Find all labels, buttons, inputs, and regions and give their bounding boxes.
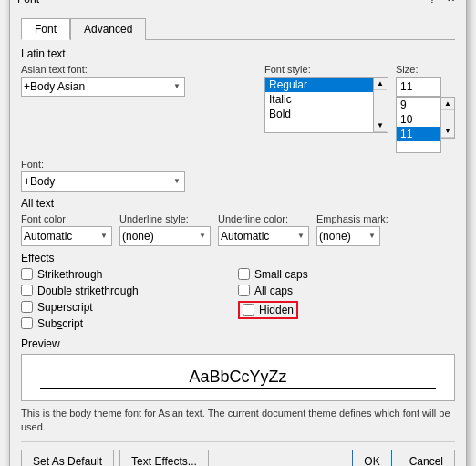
underline-style-col: Underline style: (none) ▼ xyxy=(119,213,211,246)
superscript-checkbox[interactable] xyxy=(21,301,33,313)
superscript-row: Superscript xyxy=(21,301,238,314)
size-11[interactable]: 11 xyxy=(397,127,440,141)
superscript-label: Superscript xyxy=(37,301,93,314)
dialog-title: Font xyxy=(17,0,39,5)
font-label: Font: xyxy=(21,159,185,170)
size-10[interactable]: 10 xyxy=(397,112,440,127)
font-color-col: Font color: Automatic ▼ xyxy=(21,213,112,246)
left-buttons: Set As Default Text Effects... xyxy=(21,450,209,466)
preview-text: AaBbCcYyZz xyxy=(189,368,286,387)
strikethrough-checkbox[interactable] xyxy=(21,268,33,280)
ok-button[interactable]: OK xyxy=(352,450,391,466)
size-label: Size: xyxy=(396,64,455,75)
asian-font-col: Asian text font: +Body Asian ▼ xyxy=(21,64,185,97)
hidden-checkbox[interactable] xyxy=(243,304,254,316)
effects-right-col: Small caps All caps Hidden xyxy=(238,268,455,330)
small-caps-row: Small caps xyxy=(238,268,455,281)
close-button[interactable]: ✕ xyxy=(442,0,459,7)
underline-style-select[interactable]: (none) ▼ xyxy=(119,226,211,246)
all-text-label: All text xyxy=(21,197,455,210)
latin-text-label: Latin text xyxy=(21,47,455,60)
asian-font-select[interactable]: +Body Asian ▼ xyxy=(21,77,185,97)
font-row: Font: +Body ▼ xyxy=(21,159,455,192)
style-bold[interactable]: Bold xyxy=(265,107,373,121)
size-9[interactable]: 9 xyxy=(397,98,440,112)
font-color-arrow-icon: ▼ xyxy=(100,232,109,240)
underline-color-select[interactable]: Automatic ▼ xyxy=(218,226,309,246)
font-style-listbox[interactable]: Regular Italic Bold xyxy=(264,77,374,133)
style-italic[interactable]: Italic xyxy=(265,92,373,107)
font-arrow-icon: ▼ xyxy=(173,177,182,185)
title-bar: Font ? ✕ xyxy=(10,0,466,11)
all-text-row: Font color: Automatic ▼ Underline style:… xyxy=(21,213,455,246)
strikethrough-label: Strikethrough xyxy=(37,268,102,281)
strikethrough-row: Strikethrough xyxy=(21,268,238,281)
button-bar: Set As Default Text Effects... OK Cancel xyxy=(21,441,455,466)
tab-bar: Font Advanced xyxy=(21,18,455,40)
size-listbox[interactable]: 9 10 11 xyxy=(396,97,441,153)
hint-text: This is the body theme font for Asian te… xyxy=(21,407,455,435)
font-dialog: Font ? ✕ Font Advanced Latin text Asian … xyxy=(9,0,467,466)
subscript-row: Subscript xyxy=(21,317,238,330)
double-strikethrough-label: Double strikethrough xyxy=(37,285,139,297)
underline-style-label: Underline style: xyxy=(119,213,211,224)
subscript-checkbox[interactable] xyxy=(21,317,33,329)
style-scroll-up[interactable]: ▲ xyxy=(374,78,387,90)
small-caps-label: Small caps xyxy=(254,268,308,281)
font-col: Font: +Body ▼ xyxy=(21,159,185,192)
underline-style-arrow-icon: ▼ xyxy=(199,232,208,240)
set-as-default-button[interactable]: Set As Default xyxy=(21,450,114,466)
emphasis-mark-select[interactable]: (none) ▼ xyxy=(316,226,380,246)
style-scrollbar: ▲ ▼ xyxy=(374,77,388,133)
underline-color-label: Underline color: xyxy=(218,213,309,224)
all-caps-row: All caps xyxy=(238,285,455,297)
double-strikethrough-row: Double strikethrough xyxy=(21,285,238,297)
size-scroll-down[interactable]: ▼ xyxy=(441,125,454,138)
preview-box: AaBbCcYyZz xyxy=(21,354,455,401)
cancel-button[interactable]: Cancel xyxy=(398,450,455,466)
asian-font-label: Asian text font: xyxy=(21,64,185,75)
effects-grid: Strikethrough Double strikethrough Super… xyxy=(21,268,455,330)
emphasis-mark-label: Emphasis mark: xyxy=(316,213,388,224)
effects-label: Effects xyxy=(21,252,455,264)
font-color-label: Font color: xyxy=(21,213,112,224)
font-style-label: Font style: xyxy=(264,64,388,75)
tab-font[interactable]: Font xyxy=(21,18,70,40)
style-regular[interactable]: Regular xyxy=(265,78,373,92)
font-color-select[interactable]: Automatic ▼ xyxy=(21,226,112,246)
all-caps-checkbox[interactable] xyxy=(238,285,250,296)
right-buttons: OK Cancel xyxy=(352,450,455,466)
effects-left-col: Strikethrough Double strikethrough Super… xyxy=(21,268,238,330)
hidden-label: Hidden xyxy=(259,304,294,316)
asian-font-row: Asian text font: +Body Asian ▼ Font styl… xyxy=(21,64,455,153)
subscript-label: Subscript xyxy=(37,317,83,330)
size-scrollbar: ▲ ▼ xyxy=(441,97,455,139)
all-text-section: All text Font color: Automatic ▼ Underli… xyxy=(21,197,455,246)
font-select[interactable]: +Body ▼ xyxy=(21,171,185,192)
small-caps-checkbox[interactable] xyxy=(238,268,250,280)
text-effects-button[interactable]: Text Effects... xyxy=(119,450,209,466)
preview-label: Preview xyxy=(21,337,455,350)
title-controls: ? ✕ xyxy=(424,0,459,7)
emphasis-mark-col: Emphasis mark: (none) ▼ xyxy=(316,213,388,246)
font-style-size-col: Font style: Regular Italic Bold ▲ ▼ xyxy=(264,64,455,153)
double-strikethrough-checkbox[interactable] xyxy=(21,285,33,296)
tab-advanced[interactable]: Advanced xyxy=(70,18,146,40)
preview-line xyxy=(40,388,436,389)
effects-section: Effects Strikethrough Double strikethrou… xyxy=(21,252,455,330)
style-scroll-down[interactable]: ▼ xyxy=(374,119,387,132)
dialog-content: Font Advanced Latin text Asian text font… xyxy=(10,11,466,466)
all-caps-label: All caps xyxy=(254,285,293,297)
help-button[interactable]: ? xyxy=(424,0,440,7)
underline-color-col: Underline color: Automatic ▼ xyxy=(218,213,309,246)
emphasis-mark-arrow-icon: ▼ xyxy=(368,232,378,240)
asian-font-arrow-icon: ▼ xyxy=(173,82,182,90)
size-scroll-up[interactable]: ▲ xyxy=(441,98,454,110)
size-input[interactable] xyxy=(396,77,441,97)
underline-color-arrow-icon: ▼ xyxy=(297,232,306,240)
preview-section: Preview AaBbCcYyZz xyxy=(21,337,455,401)
hidden-highlight-box: Hidden xyxy=(238,301,298,319)
hidden-row: Hidden xyxy=(238,301,455,319)
